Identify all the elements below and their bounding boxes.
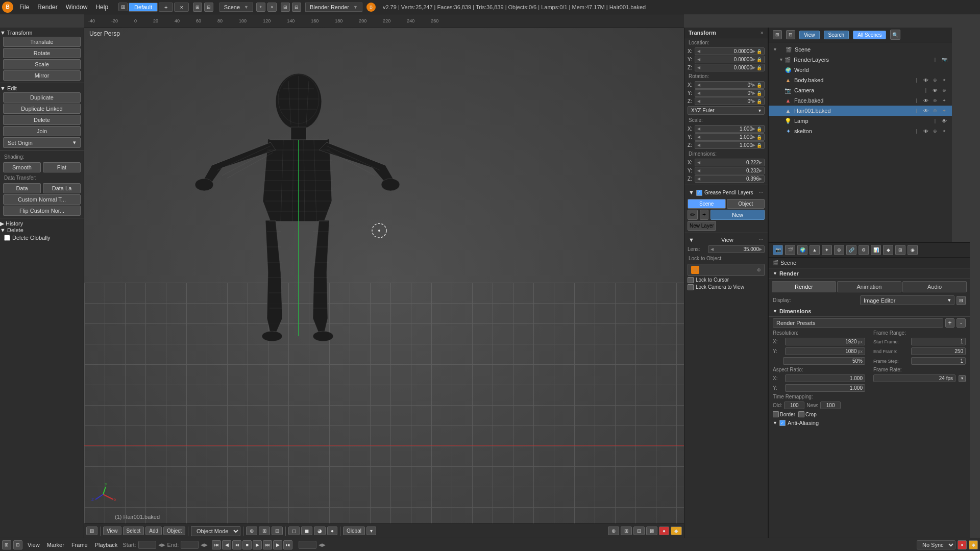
fps-dropdown-btn[interactable]: ▾ [959,375,966,382]
transform-props-close[interactable]: × [761,30,764,36]
timeline-mode-icon2[interactable]: ⊟ [13,540,22,549]
body-item[interactable]: ▲ Body.baked | 👁 ⊕ ✦ [769,75,952,85]
duplicate-button[interactable]: Duplicate [3,92,81,103]
menu-file[interactable]: File [15,3,33,12]
rot-x-field[interactable]: ◀ 0° ▶ 🔒 [695,81,765,89]
render-tab-animation[interactable]: Animation [837,281,901,292]
render-icon-camera[interactable]: 📷 [773,245,783,255]
rot-z-lock[interactable]: 🔒 [756,99,762,104]
outliner-search-btn[interactable]: Search [824,31,849,39]
scale-x-lock[interactable]: 🔒 [756,127,762,132]
vp-mode-icon[interactable]: ⊞ [86,527,97,535]
body-cursor[interactable]: ⊕ [932,77,939,84]
scale-z-lock[interactable]: 🔒 [756,143,762,148]
res-y-field[interactable]: 1080 px [785,347,865,355]
start-frame-field[interactable]: 1 [911,338,966,345]
dim-y-field[interactable]: ◀ 0.232 ▶ [695,167,765,174]
data-button[interactable]: Data [3,183,41,193]
menu-render[interactable]: Render [33,3,61,12]
res-x-field[interactable]: 1920 px [785,338,865,345]
outliner-mode-icon2[interactable]: ⊟ [786,30,795,39]
history-section-header[interactable]: ▶ History [0,220,84,227]
rot-y-field[interactable]: ◀ 0° ▶ 🔒 [695,89,765,97]
lock-camera-checkbox[interactable] [688,284,694,290]
lens-right[interactable]: ▶ [759,247,762,252]
keyframe-btn[interactable]: ◆ [969,540,978,549]
cam-cursor[interactable]: ⊕ [941,87,948,94]
dim-x-field[interactable]: ◀ 0.222 ▶ [695,159,765,166]
viewport-toggle-2[interactable]: ⊟ [292,3,301,12]
timeline-playback-menu[interactable]: Playback [92,541,121,549]
timeline-frame-menu[interactable]: Frame [68,541,91,549]
workspace-default[interactable]: Default [129,3,158,12]
sync-select[interactable]: No Sync [917,540,955,549]
face-eye[interactable]: 👁 [922,97,929,104]
scene-root-item[interactable]: ▼ 🎬 Scene [769,44,952,55]
grease-pencil-btn[interactable]: ✏ [688,210,698,220]
object-mode-select[interactable]: Object Mode [191,526,240,536]
dim-x-right[interactable]: ▶ [759,160,762,165]
render-tab-audio[interactable]: Audio [902,281,967,292]
scale-x-field[interactable]: ◀ 1.000 ▶ 🔒 [695,125,765,133]
skeleton-item[interactable]: ✦ skelton | 👁 ⊕ ✦ [769,126,952,136]
grease-scene-tab[interactable]: Scene [688,199,726,209]
fps-field[interactable]: 24 fps [873,374,955,382]
lens-field[interactable]: ◀ 35.000 ▶ [708,245,765,253]
grease-add-btn[interactable]: + [700,210,708,220]
render-icon-tex[interactable]: ⊞ [895,245,905,255]
menu-window[interactable]: Window [62,3,92,12]
render-icon-physics[interactable]: ⊕ [834,245,844,255]
vp-keyframe-btn[interactable]: ◆ [671,527,682,535]
vp-snap-btn2[interactable]: ⊟ [272,527,283,535]
dim-z-right[interactable]: ▶ [759,177,762,181]
render-icon-obj[interactable]: ▲ [810,245,820,255]
delete-globally-checkbox[interactable] [4,235,10,241]
timeline-view-menu[interactable]: View [24,541,43,549]
menu-help[interactable]: Help [91,3,112,12]
new-value[interactable]: 100 [820,402,841,409]
rot-z-field[interactable]: ◀ 0° ▶ 🔒 [695,97,765,105]
dim-y-right[interactable]: ▶ [759,168,762,173]
hair-cursor[interactable]: ⊕ [932,107,939,114]
delete-section-header[interactable]: ▼ Delete [0,227,84,233]
vp-snap-btn[interactable]: ⊞ [259,527,270,535]
grease-new-main-btn[interactable]: New [710,210,765,220]
pb-stop[interactable]: ■ [242,540,252,549]
viewport-icon[interactable]: ⊞ [193,3,202,12]
hair-extra[interactable]: ✦ [941,107,948,114]
current-frame-input[interactable]: 1 [299,541,316,549]
start-frame-tl-input[interactable]: 1 [138,541,156,549]
loc-z-field[interactable]: ◀ 0.00000 ▶ 🔒 [695,64,765,71]
flat-button[interactable]: Flat [43,162,81,172]
pb-jump-start[interactable]: ⏮ [212,540,221,549]
lamp-item[interactable]: 💡 Lamp | 👁 [769,116,952,126]
flip-normal-button[interactable]: Flip Custom Nor... [3,206,81,216]
vp-global-btn[interactable]: Global [343,527,365,535]
loc-z-right[interactable]: ▶ [752,65,755,70]
frame-step-field[interactable]: 1 [911,357,966,365]
euler-selector[interactable]: XYZ Euler ▾ [688,106,765,115]
skel-eye[interactable]: 👁 [922,128,929,135]
pb-jump-kf-next[interactable]: ⏭ [263,540,272,549]
hair-item[interactable]: ▲ Hair001.baked | 👁 ⊕ ✦ [769,106,952,116]
workspace-close[interactable]: × [174,3,188,12]
render-tab-render[interactable]: Render [772,281,836,292]
viewport[interactable]: User Persp [84,28,684,538]
workspace-add[interactable]: + [159,3,173,12]
lamp-eye[interactable]: 👁 [941,117,948,124]
scale-y-right[interactable]: ▶ [752,135,755,139]
vp-shading-2[interactable]: ◼ [301,527,312,535]
rot-y-right[interactable]: ▶ [752,91,755,95]
pb-prev-frame[interactable]: ◀ [222,540,231,549]
outliner-view-btn[interactable]: View [799,31,820,39]
scale-x-right[interactable]: ▶ [752,127,755,131]
vp-shading-4[interactable]: ● [327,527,337,535]
workspace-icon[interactable]: ⊞ [118,3,128,11]
vp-pie-menu[interactable]: ⊕ [608,527,619,535]
vp-extra-2[interactable]: ⊟ [633,527,645,535]
rot-z-right[interactable]: ▶ [752,99,755,104]
rot-x-lock[interactable]: 🔒 [756,83,762,88]
world-item[interactable]: 🌍 World [769,65,952,75]
mirror-button[interactable]: Mirror [3,70,81,81]
face-item[interactable]: ▲ Face.baked | 👁 ⊕ ✦ [769,95,952,106]
